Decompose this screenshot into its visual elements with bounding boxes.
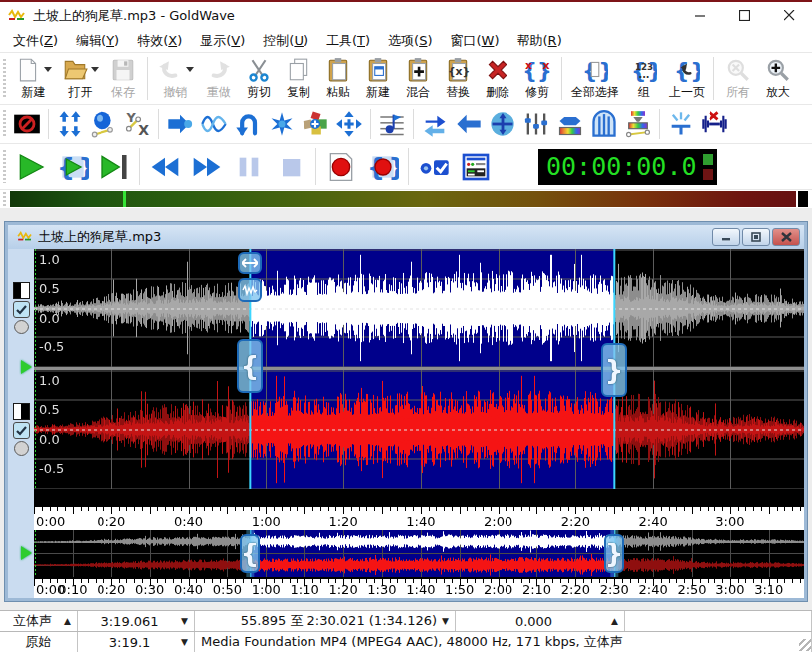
group-123-button[interactable]: {123...}组 (624, 55, 664, 103)
menu-item-x[interactable]: 特效(X) (128, 29, 191, 53)
menu-item-v[interactable]: 显示(V) (191, 29, 254, 53)
record-selection-button[interactable]: {} (362, 148, 404, 186)
menu-item-u[interactable]: 控制(U) (254, 29, 317, 53)
equalizer-button[interactable] (519, 109, 553, 140)
folder-open-button[interactable]: 打开 (57, 55, 103, 103)
selection-start-move-handle[interactable] (238, 252, 262, 274)
left-channel-checkbox[interactable] (13, 301, 30, 318)
clipboard-button[interactable]: 粘贴 (318, 55, 358, 103)
zoom-in-button[interactable]: 放大 (758, 55, 798, 103)
sound-window-titlebar[interactable]: 土坡上的狗尾草.mp3 (8, 225, 804, 249)
toolbar-button-label: 打开 (69, 84, 93, 101)
menu-item-y[interactable]: 编辑(Y) (67, 29, 128, 53)
trim-icon: {}xx (524, 57, 550, 83)
properties-button[interactable] (455, 148, 497, 186)
menu-item-s[interactable]: 选项(S) (379, 29, 441, 53)
menu-item-r[interactable]: 帮助(R) (508, 29, 571, 53)
scissors-button[interactable]: 剪切 (239, 55, 279, 103)
doppler-button[interactable] (87, 109, 120, 140)
scroll-strip[interactable] (34, 489, 804, 501)
play-button[interactable] (10, 148, 52, 186)
overview-playback-marker[interactable] (21, 546, 32, 560)
arrow-left-button[interactable] (452, 109, 486, 140)
dropdown-arrow-icon[interactable] (44, 67, 52, 72)
right-channel-icon[interactable] (13, 403, 30, 420)
left-channel-radio[interactable] (14, 320, 29, 334)
clipboard-window-button[interactable]: 新建 (358, 55, 398, 103)
doc-new-button[interactable]: 新建 (10, 55, 57, 103)
sound-restore-button[interactable] (742, 228, 770, 246)
offset-button[interactable] (163, 109, 197, 140)
pitch-button[interactable] (375, 109, 409, 140)
toolbar-button-label: 替换 (446, 84, 470, 101)
mix-plus-button[interactable] (332, 109, 366, 140)
selection-start-wave-handle[interactable] (238, 278, 262, 302)
filter-wave-button[interactable] (197, 109, 231, 140)
svg-text:}: } (690, 57, 700, 82)
spinner-up-icon[interactable]: ▲ (64, 616, 71, 626)
overview-selection-start-handle[interactable]: { (240, 534, 260, 573)
select-all-button[interactable]: {}全部选择 (566, 55, 624, 103)
play-to-end-button[interactable] (94, 148, 135, 186)
uturn-button[interactable] (231, 109, 265, 140)
selection-end-brace-handle[interactable]: } (601, 343, 627, 397)
expand-updown-button[interactable] (53, 109, 87, 140)
level-meter[interactable] (10, 191, 808, 207)
dropdown-arrow-icon[interactable] (186, 67, 194, 72)
spinner-up-icon[interactable]: ▲ (611, 616, 618, 626)
menu-item-t[interactable]: 工具(T) (317, 29, 379, 53)
playback-marker[interactable] (21, 360, 32, 374)
time-ruler[interactable] (34, 501, 804, 530)
right-channel-checkbox[interactable] (13, 422, 30, 439)
spinner-down-icon[interactable]: ▼ (181, 637, 188, 647)
spinner-down-icon[interactable]: ▼ (442, 616, 449, 626)
overview-ruler[interactable] (34, 577, 804, 598)
copy-button[interactable]: 复制 (279, 55, 318, 103)
maximize-button[interactable] (722, 2, 767, 29)
rewind-button[interactable] (144, 148, 186, 186)
spectrum-filter-button[interactable] (621, 109, 655, 140)
close-button[interactable] (767, 2, 812, 29)
sound-close-button[interactable] (772, 228, 800, 246)
shape-volume-button[interactable] (486, 109, 519, 140)
svg-text:x: x (542, 58, 549, 71)
fast-forward-button[interactable] (186, 148, 228, 186)
clipboard-replace-button[interactable]: {x}替换 (438, 55, 478, 103)
toolbar-button-label: 复制 (287, 84, 310, 101)
sound-minimize-button[interactable] (712, 228, 740, 246)
monitor-button[interactable] (413, 148, 455, 186)
dropdown-arrow-icon[interactable] (91, 67, 99, 72)
interpolate-button[interactable] (299, 109, 332, 140)
left-channel-icon[interactable] (13, 282, 30, 299)
waveform-right-channel[interactable] (34, 370, 804, 489)
exchange-button[interactable] (418, 109, 452, 140)
resize-grip[interactable] (799, 639, 811, 651)
overview-selection-end-handle[interactable]: } (604, 534, 624, 573)
gate-button[interactable] (587, 109, 621, 140)
clipboard-plus-button[interactable]: 混合 (398, 55, 438, 103)
menu-item-w[interactable]: 窗口(W) (442, 29, 508, 53)
play-selection-button[interactable]: {} (52, 148, 94, 186)
expression-button[interactable]: YX (120, 109, 154, 140)
right-channel-radio[interactable] (14, 441, 29, 456)
silence-button[interactable] (664, 109, 698, 140)
selection-start-brace-handle[interactable]: { (237, 339, 263, 393)
menu-item-z[interactable]: 文件(Z) (4, 29, 67, 53)
record-led (703, 169, 713, 180)
overview-waveform[interactable] (34, 530, 804, 577)
pan-button[interactable] (553, 109, 587, 140)
spinner-down-icon[interactable]: ▼ (181, 616, 188, 626)
goldwave-logo-icon (17, 231, 33, 243)
noise-reduction-button[interactable] (698, 109, 731, 140)
delete-x-button[interactable]: 删除 (478, 55, 517, 103)
trim-button[interactable]: {}xx修剪 (517, 55, 557, 103)
prev-selection-button[interactable]: {}上一页 (664, 55, 710, 103)
record-button[interactable] (320, 148, 362, 186)
minimize-button[interactable] (678, 2, 722, 29)
goldwave-window: 土坡上的狗尾草.mp3 - GoldWave 文件(Z)编辑(Y)特效(X)显示… (0, 0, 812, 652)
mechanize-button[interactable] (265, 109, 299, 140)
level-meter-row (0, 190, 812, 208)
waveform-left-channel[interactable] (34, 249, 804, 367)
mute-button[interactable] (10, 109, 44, 140)
redo-button: 重做 (199, 55, 239, 103)
